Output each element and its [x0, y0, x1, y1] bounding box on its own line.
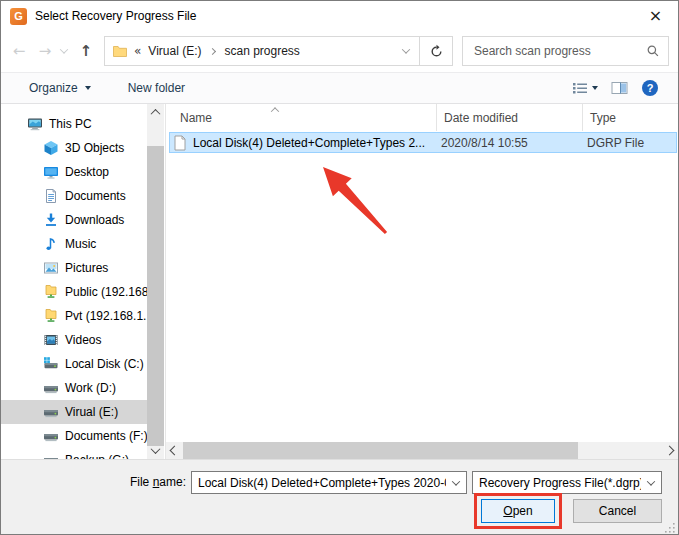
scroll-up-icon[interactable] [147, 104, 164, 121]
sidebar-item-work-d[interactable]: Work (D:) [1, 376, 147, 400]
address-dropdown-button[interactable] [393, 37, 419, 65]
sidebar-item-music[interactable]: Music [1, 232, 147, 256]
breadcrumb-separator-icon [209, 47, 216, 54]
breadcrumb-folder[interactable]: scan progress [221, 44, 302, 58]
file-name-value: Local Disk(4) Deleted+Complete+Types 202… [192, 476, 446, 490]
picture-icon [43, 260, 59, 276]
desktop-icon [43, 164, 59, 180]
organize-button[interactable]: Organize [29, 81, 91, 95]
refresh-button[interactable] [419, 37, 452, 65]
navigation-bar: ← → ↑ « Virual (E:) scan progress [1, 31, 678, 72]
main-area: This PC3D ObjectsDesktopDocumentsDownloa… [1, 104, 678, 459]
sidebar-item-documents-f[interactable]: Documents (F:) [1, 424, 147, 448]
file-list-horizontal-scrollbar[interactable] [166, 442, 678, 459]
sidebar-item-this-pc[interactable]: This PC [1, 112, 147, 136]
file-row-date-modified: 2020/8/14 10:55 [437, 136, 583, 150]
sidebar-item-desktop[interactable]: Desktop [1, 160, 147, 184]
sidebar-item-label: 3D Objects [65, 141, 124, 155]
file-row[interactable]: Local Disk(4) Deleted+Complete+Types 2..… [169, 132, 677, 153]
sidebar-item-videos[interactable]: Videos [1, 328, 147, 352]
back-button[interactable]: ← [7, 36, 31, 66]
open-button[interactable]: Open [481, 499, 555, 523]
cancel-button[interactable]: Cancel [573, 499, 662, 523]
view-mode-dropdown-icon[interactable] [592, 86, 598, 90]
resize-grip[interactable] [664, 522, 676, 534]
sidebar-item-pvt-192-168-1-11[interactable]: Pvt (192.168.1.11 [1, 304, 147, 328]
recent-locations-button[interactable] [57, 36, 71, 66]
drive-icon [43, 428, 59, 444]
details-view-icon [572, 80, 588, 96]
scroll-left-icon[interactable] [166, 442, 183, 459]
file-name-combobox[interactable]: Local Disk(4) Deleted+Complete+Types 202… [191, 471, 467, 494]
preview-pane-icon [611, 80, 629, 96]
sidebar-item-documents[interactable]: Documents [1, 184, 147, 208]
address-bar[interactable]: « Virual (E:) scan progress [104, 36, 453, 66]
sidebar-item-label: Documents (F:) [65, 429, 147, 443]
sidebar-tree: This PC3D ObjectsDesktopDocumentsDownloa… [1, 104, 147, 459]
command-toolbar: Organize New folder ? [1, 72, 678, 104]
sidebar-item-pictures[interactable]: Pictures [1, 256, 147, 280]
sidebar-item-virual-e[interactable]: Virual (E:) [1, 400, 147, 424]
file-rows: Local Disk(4) Deleted+Complete+Types 2..… [166, 132, 678, 153]
refresh-icon [429, 44, 444, 59]
breadcrumb-overflow[interactable]: « [134, 44, 145, 58]
dialog-footer: File name: Local Disk(4) Deleted+Complet… [1, 459, 678, 535]
forward-button[interactable]: → [33, 36, 57, 66]
video-icon [43, 332, 59, 348]
column-header-type[interactable]: Type [583, 104, 678, 131]
system-drive-icon [43, 356, 59, 372]
scroll-down-icon[interactable] [147, 442, 164, 459]
drive-icon [43, 380, 59, 396]
network-folder-icon [43, 308, 59, 324]
sidebar-scrollbar[interactable] [147, 104, 164, 459]
column-headers: Name Date modified Type [166, 104, 678, 131]
sidebar-item-label: Virual (E:) [65, 405, 118, 419]
sidebar-item-label: Documents [65, 189, 126, 203]
sidebar-scrollbar-thumb[interactable] [147, 146, 164, 446]
file-row-name: Local Disk(4) Deleted+Complete+Types 2..… [170, 135, 437, 151]
sidebar-item-public-192-168-1[interactable]: Public (192.168.1 [1, 280, 147, 304]
music-icon [43, 236, 59, 252]
sidebar-item-label: Public (192.168.1 [65, 285, 147, 299]
file-type-combobox[interactable]: Recovery Progress File(*.dgrp) [472, 471, 662, 494]
up-button[interactable]: ↑ [73, 36, 99, 66]
titlebar: G Select Recovery Progress File × [1, 1, 678, 31]
sidebar-item-label: Desktop [65, 165, 109, 179]
chevron-down-icon[interactable] [446, 480, 466, 486]
file-list: Name Date modified Type Local Disk(4) De… [165, 104, 678, 459]
sidebar-item-backup-g[interactable]: Backup (G:) [1, 448, 147, 459]
sidebar-item-label: Local Disk (C:) [65, 357, 144, 371]
search-box [462, 36, 669, 66]
column-header-date-modified[interactable]: Date modified [437, 104, 583, 131]
breadcrumb-drive[interactable]: Virual (E:) [145, 44, 204, 58]
sidebar-item-label: This PC [49, 117, 92, 131]
close-button[interactable]: × [633, 1, 678, 30]
file-dialog-window: G Select Recovery Progress File × ← → ↑ … [0, 0, 679, 535]
document-icon [43, 188, 59, 204]
sidebar-item-3d-objects[interactable]: 3D Objects [1, 136, 147, 160]
sidebar-item-label: Pvt (192.168.1.11 [65, 309, 147, 323]
chevron-down-icon[interactable] [641, 480, 661, 486]
sidebar-item-label: Pictures [65, 261, 108, 275]
sidebar-item-label: Work (D:) [65, 381, 116, 395]
scroll-right-icon[interactable] [661, 442, 678, 459]
dialog-title: Select Recovery Progress File [35, 9, 196, 23]
sidebar-item-label: Downloads [65, 213, 124, 227]
file-name-label: File name: [1, 475, 186, 489]
computer-icon [27, 116, 43, 132]
column-header-name[interactable]: Name [166, 104, 437, 131]
app-icon: G [10, 8, 27, 25]
sidebar-item-local-disk-c[interactable]: Local Disk (C:) [1, 352, 147, 376]
file-icon [173, 135, 187, 151]
sidebar-item-downloads[interactable]: Downloads [1, 208, 147, 232]
new-folder-button[interactable]: New folder [128, 81, 185, 95]
preview-pane-button[interactable] [611, 80, 629, 96]
help-button[interactable]: ? [642, 80, 658, 96]
horizontal-scrollbar-thumb[interactable] [183, 442, 578, 459]
drive-icon [43, 452, 59, 459]
search-input[interactable] [472, 43, 646, 59]
view-mode-button[interactable] [572, 80, 598, 96]
network-folder-icon [43, 284, 59, 300]
search-icon [646, 44, 660, 58]
download-icon [43, 212, 59, 228]
